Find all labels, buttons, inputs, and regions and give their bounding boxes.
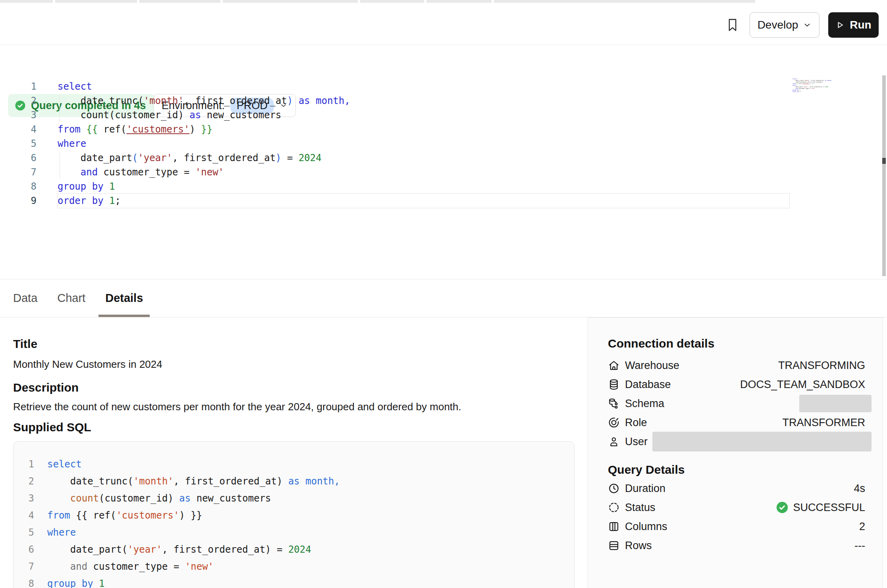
duration-icon [608,482,620,494]
results-tab-bar: Data Chart Details [0,279,887,317]
title-heading: Title [13,337,37,351]
connection-details-rows: Warehouse TRANSFORMING Database DOCS_TEA… [608,356,865,451]
row-label: Warehouse [625,359,679,372]
connection-row-schema: Schema [608,394,865,413]
query-row-status: Status SUCCESSFUL [608,498,865,517]
schema-icon [608,398,620,409]
description-heading: Description [13,381,79,394]
redaction-box [652,432,872,452]
success-check-icon [775,501,789,514]
bookmark-button[interactable] [726,16,739,34]
run-button[interactable]: Run [828,12,879,38]
chevron-down-icon [803,21,812,29]
role-icon [608,417,620,429]
query-row-columns: Columns 2 [608,517,865,536]
row-label: Role [625,417,647,429]
row-value-redacted [652,432,865,452]
connection-row-database: Database DOCS_TEAM_SANDBOX [608,375,865,394]
query-row-rows: Rows --- [608,536,865,555]
query-editor-page: Develop Run Query [0,0,887,588]
row-label: Schema [625,398,664,410]
description-value: Retrieve the count of new customers per … [13,401,461,413]
connection-row-role: Role TRANSFORMER [608,413,865,432]
tab-chart[interactable]: Chart [50,279,92,317]
tab-details[interactable]: Details [98,279,150,317]
toolbar: Develop Run [0,3,887,45]
connection-row-user: User [608,432,865,451]
query-details-heading: Query Details [608,463,685,477]
row-value: DOCS_TEAM_SANDBOX [740,379,865,391]
row-label: Status [625,502,656,514]
editor-minimap[interactable]: select date_trunc('month', first_ordered… [793,78,840,96]
supplied-sql-code-block: 1select2 date_trunc('month', first_order… [13,441,575,588]
status-icon [608,502,620,513]
supplied-sql-heading: Supplied SQL [13,421,91,434]
row-value-redacted [799,395,865,412]
editor-scrollbar[interactable] [882,75,886,276]
columns-icon [608,521,620,532]
row-value: TRANSFORMING [778,359,865,372]
develop-button-label: Develop [758,19,798,31]
status-value: SUCCESSFUL [775,501,865,514]
query-details-rows: Duration 4s Status S [608,479,865,555]
rows-icon [608,540,620,551]
row-label: User [625,436,648,448]
minimap-code: select date_trunc('month', first_ordered… [793,78,835,92]
connection-row-warehouse: Warehouse TRANSFORMING [608,356,865,375]
row-value: TRANSFORMER [783,417,866,429]
tab-data[interactable]: Data [6,279,44,317]
editor-code-lines[interactable]: 1select2 date_trunc('month', first_order… [0,79,789,208]
editor-scrollbar-thumb[interactable] [882,158,886,164]
details-panel: Title Monthly New Customers in 2024 Desc… [0,317,588,588]
row-label: Database [625,379,671,391]
warehouse-icon [608,359,620,371]
play-icon [835,20,845,30]
user-icon [608,436,620,448]
bookmark-icon [727,17,738,33]
develop-menu-button[interactable]: Develop [750,12,820,38]
sql-editor[interactable]: Query completed in 4s Environment: PROD … [0,45,887,279]
row-label: Columns [625,521,667,533]
row-label: Rows [625,540,652,552]
connection-details-heading: Connection details [608,337,714,350]
status-text: SUCCESSFUL [793,502,865,514]
redaction-box [799,395,872,412]
row-label: Duration [625,482,665,495]
window-tabs-strip [0,0,887,3]
row-value: 4s [854,482,865,495]
query-row-duration: Duration 4s [608,479,865,498]
row-value: 2 [859,521,865,533]
connection-details-panel: Connection details Warehouse TRANSFORMIN… [588,317,883,588]
row-value: --- [854,540,865,552]
run-button-label: Run [850,19,871,31]
database-icon [608,379,620,390]
title-value: Monthly New Customers in 2024 [13,358,162,371]
